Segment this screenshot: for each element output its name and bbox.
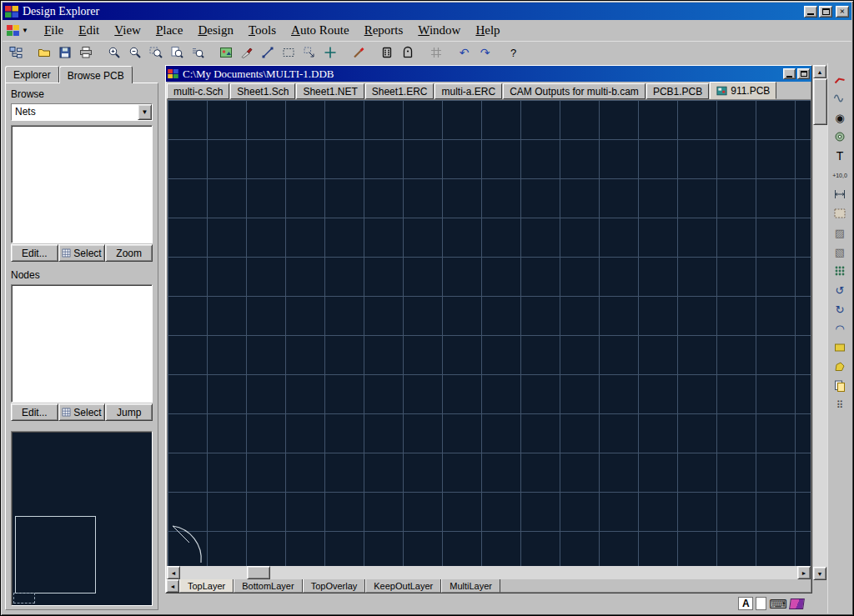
horizontal-scroll-thumb[interactable] [247,566,270,579]
canvas-vertical-scrollbar[interactable]: ▲ ▼ [813,65,827,580]
scroll-up-button[interactable]: ▲ [813,65,826,78]
undo-button[interactable]: ↶ [454,43,475,63]
maximize-button[interactable] [819,6,832,18]
document-title-bar[interactable]: C:\My Documents\MULTI-1.DDB [166,66,811,82]
ime-language-button[interactable]: A [738,597,753,610]
layer-tabs-scroll-left-button[interactable]: ◄ [166,579,179,593]
doc-tab-sheet1-erc[interactable]: Sheet1.ERC [365,83,435,99]
place-fill-hatched-button[interactable]: ▨ [830,223,850,242]
doc-tab-multi-c-sch[interactable]: multi-c.Sch [167,83,229,99]
move-selection-button[interactable] [299,43,319,63]
place-room-button[interactable] [830,204,850,223]
zoom-out-button[interactable] [124,43,145,63]
design-manager-button[interactable] [5,43,26,63]
rotate-cw-button[interactable]: ↻ [830,300,850,318]
paste-special-button[interactable] [830,377,850,395]
ime-mode-button[interactable] [756,597,766,610]
place-via-button[interactable] [830,128,850,146]
help-button[interactable]: ? [503,43,524,63]
doc-tab-pcb1-pcb[interactable]: PCB1.PCB [646,83,709,99]
keyboard-icon[interactable]: ⌨ [769,598,787,610]
doc-tab-sheet1-sch[interactable]: Sheet1.Sch [230,83,295,99]
layer-tab-topoverlay[interactable]: TopOverlay [303,579,366,593]
component-button[interactable] [376,43,397,63]
draw-line-button[interactable] [257,43,278,63]
pcb-canvas[interactable] [168,100,811,566]
nets-select-button[interactable]: Select [58,244,106,262]
nets-edit-button[interactable]: Edit... [11,244,58,262]
menu-edit[interactable]: Edit [71,22,107,39]
minimize-button[interactable] [804,6,817,18]
canvas-horizontal-scrollbar[interactable]: ◄ ► [167,566,811,579]
grid-button[interactable] [425,43,446,63]
menu-reports[interactable]: Reports [357,22,411,39]
combo-dropdown-button[interactable]: ▼ [138,104,152,120]
array-paste-button[interactable]: ⠿ [830,396,850,414]
vertical-scroll-thumb[interactable] [813,78,827,125]
doc-tab-cam-outputs-for-multi-b-cam[interactable]: CAM Outputs for multi-b.cam [503,83,646,99]
document-maximize-button[interactable] [797,68,810,79]
wand-button[interactable] [348,43,369,63]
place-dimension-button[interactable] [830,185,850,203]
layer-tab-bottomlayer[interactable]: BottomLayer [234,579,302,593]
zoom-selection-button[interactable] [187,43,208,63]
print-button[interactable] [75,43,96,63]
layer-tab-toplayer[interactable]: TopLayer [179,579,234,593]
save-button[interactable] [54,43,75,63]
document-minimize-button[interactable] [783,68,796,79]
scroll-down-button[interactable]: ▼ [813,567,826,580]
nodes-select-button[interactable]: Select [58,403,106,421]
doc-tab-multi-a-erc[interactable]: multi-a.ERC [435,83,502,99]
menu-help[interactable]: Help [468,22,507,39]
nodes-listbox[interactable] [11,284,153,403]
scroll-right-button[interactable]: ► [797,566,811,579]
scroll-left-button[interactable]: ◄ [167,566,180,579]
nets-listbox[interactable] [11,125,153,243]
component-alt-button[interactable] [397,43,418,63]
place-coordinate-button[interactable]: +10,0 [830,166,850,184]
layer-tab-multilayer[interactable]: MultiLayer [441,579,500,593]
zoom-document-button[interactable] [166,43,187,63]
tab-browse-pcb[interactable]: Browse PCB [59,66,133,83]
bitmap-button[interactable] [215,43,236,63]
vertical-scroll-track[interactable] [813,78,827,567]
select-area-button[interactable] [278,43,299,63]
place-fill-button[interactable] [830,338,850,357]
doc-tab-911-pcb[interactable]: 911.PCB [710,82,776,99]
menu-place[interactable]: Place [148,22,190,39]
horizontal-scroll-track[interactable] [180,566,797,579]
place-arc-button[interactable] [830,89,850,108]
zoom-area-button[interactable] [145,43,166,63]
zoom-in-button[interactable] [103,43,124,63]
layer-tab-keepoutlayer[interactable]: KeepOutLayer [365,579,441,593]
board-preview[interactable] [11,431,153,606]
knife-button[interactable] [236,43,257,63]
nodes-jump-button[interactable]: Jump [105,403,153,421]
menu-window[interactable]: Window [410,22,468,39]
place-pad-array-button[interactable] [830,262,850,280]
browse-type-select[interactable]: Nets ▼ [11,103,153,121]
tab-explorer[interactable]: Explorer [5,66,59,83]
menu-view[interactable]: View [107,22,148,39]
place-plane-hatched-button[interactable]: ▧ [830,243,850,261]
nets-zoom-button[interactable]: Zoom [105,244,153,262]
document-menu-icon[interactable]: ▼ [7,25,28,36]
crosshair-button[interactable] [319,43,340,63]
menu-design[interactable]: Design [190,22,241,39]
place-track-button[interactable] [830,70,850,88]
chevron-down-icon: ▼ [22,28,28,34]
place-string-button[interactable]: T [830,147,850,165]
menu-file[interactable]: File [37,22,71,39]
doc-tab-sheet1-net[interactable]: Sheet1.NET [296,83,364,99]
redo-button[interactable]: ↷ [475,43,495,63]
menu-tools[interactable]: Tools [241,22,284,39]
place-pad-button[interactable]: ◉ [830,108,850,127]
close-button[interactable]: × [836,6,849,18]
place-polygon-button[interactable] [830,358,850,376]
menu-auto-route[interactable]: Auto Route [284,22,357,39]
nodes-edit-button[interactable]: Edit... [11,403,58,421]
open-button[interactable] [33,43,54,63]
dictionary-icon[interactable] [789,598,805,609]
rotate-ccw-button[interactable]: ↺ [830,281,850,299]
place-arc-any-button[interactable]: ◠ [830,319,850,338]
